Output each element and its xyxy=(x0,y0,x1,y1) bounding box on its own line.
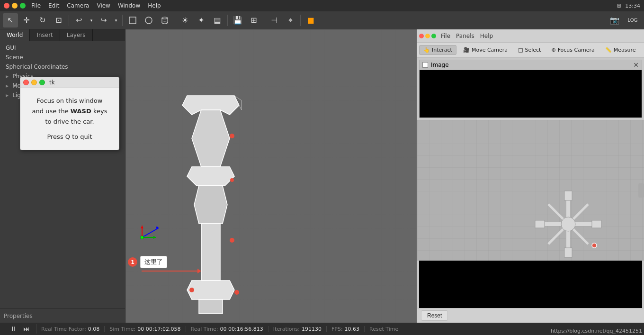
interact-icon: 👆 xyxy=(423,47,430,53)
reset-area: Reset xyxy=(417,308,644,323)
image-content-bottom xyxy=(419,261,642,308)
tab-layers[interactable]: Layers xyxy=(60,29,93,41)
move-camera-label: Move Camera xyxy=(472,47,508,53)
fps-value: 10.63 xyxy=(345,326,360,332)
close-button[interactable] xyxy=(4,3,9,9)
orange-box-button[interactable]: ■ xyxy=(303,13,318,27)
sim-time-section: Sim Time: 00 00:17:02.058 xyxy=(105,326,186,332)
align-tool-button[interactable]: ⊣ xyxy=(267,13,282,27)
scale-tool-button[interactable]: ⊡ xyxy=(51,13,66,27)
viewport-3d[interactable]: 1 这里了 xyxy=(125,29,417,323)
save-tool-button[interactable]: 💾 xyxy=(230,13,245,27)
menu-view[interactable]: View xyxy=(97,2,110,9)
ros-title-buttons xyxy=(419,34,436,38)
popup-max-button[interactable] xyxy=(39,80,45,85)
move-camera-tool[interactable]: 🎥 Move Camera xyxy=(459,45,511,54)
properties-label: Properties xyxy=(4,313,33,319)
step-button[interactable]: ⏭ xyxy=(22,324,31,334)
interact-tool[interactable]: 👆 Interact xyxy=(419,45,456,55)
undo-button[interactable]: ↩ xyxy=(72,13,87,27)
ros-max-button[interactable] xyxy=(431,34,436,38)
image-close-button[interactable]: ✕ xyxy=(633,61,639,69)
rotate-tool-button[interactable]: ↻ xyxy=(35,13,50,27)
scroll-handle[interactable] xyxy=(638,183,644,198)
log-button[interactable]: LOG xyxy=(624,13,641,27)
rtf-value: 0.08 xyxy=(88,326,100,332)
svg-line-15 xyxy=(239,105,242,110)
popup-line1: Focus on this window xyxy=(28,96,111,106)
sim-tool1-button[interactable]: ⊞ xyxy=(246,13,261,27)
select-tool-button[interactable]: ↖ xyxy=(3,13,18,27)
ros-min-button[interactable] xyxy=(425,34,430,38)
svg-rect-34 xyxy=(592,220,601,228)
menu-help[interactable]: Help xyxy=(148,2,161,9)
maximize-button[interactable] xyxy=(20,3,26,9)
pause-button[interactable]: ⏸ xyxy=(9,324,18,334)
sphere-shape-button[interactable] xyxy=(141,13,156,27)
measure-tool[interactable]: 📏 Measure xyxy=(601,45,640,54)
popup-close-button[interactable] xyxy=(23,80,29,85)
map-view[interactable] xyxy=(417,120,644,261)
cylinder-shape-button[interactable] xyxy=(157,13,172,27)
fps-label: FPS: xyxy=(331,326,343,332)
popup-min-button[interactable] xyxy=(31,80,37,85)
ros-close-button[interactable] xyxy=(419,34,424,38)
reset-time-label: Reset Time xyxy=(369,326,398,332)
annotation-bubble: 1 这里了 xyxy=(128,256,167,268)
redo-button[interactable]: ↪ xyxy=(96,13,111,27)
menu-edit[interactable]: Edit xyxy=(48,2,59,9)
status-bar: ⏸ ⏭ Real Time Factor: 0.08 Sim Time: 00 … xyxy=(0,323,644,335)
ros-menu-panels[interactable]: Panels xyxy=(456,33,474,39)
camera-screenshot-button[interactable]: 📷 xyxy=(607,13,622,27)
image-title-bar: Image ✕ xyxy=(420,60,642,70)
redo-dropdown[interactable]: ▾ xyxy=(112,13,120,27)
select-icon: □ xyxy=(518,47,523,53)
ros-menu-help[interactable]: Help xyxy=(480,33,493,39)
snap-tool-button[interactable]: ⌖ xyxy=(283,13,298,27)
menu-file[interactable]: File xyxy=(31,2,41,9)
image-checkbox[interactable] xyxy=(422,62,428,68)
svg-rect-33 xyxy=(535,220,545,228)
iterations-section: Iterations: 191130 xyxy=(268,326,327,332)
tree-item-gui[interactable]: GUI xyxy=(0,43,125,53)
tab-world[interactable]: World xyxy=(0,29,30,41)
terrain-tool-button[interactable]: ▤ xyxy=(210,13,225,27)
image-title-text: Image xyxy=(431,62,449,68)
menu-camera[interactable]: Camera xyxy=(67,2,89,9)
menu-window[interactable]: Window xyxy=(118,2,140,9)
title-bar-menu: File Edit Camera View Window Help xyxy=(31,2,161,9)
focus-camera-tool[interactable]: ⊕ Focus Camera xyxy=(547,45,598,54)
svg-point-5 xyxy=(162,22,168,24)
popup-title: tk xyxy=(49,79,55,86)
left-panel: World Insert Layers GUI Scene Spherical … xyxy=(0,29,125,323)
particle-tool-button[interactable]: ✦ xyxy=(194,13,209,27)
minimize-button[interactable] xyxy=(12,3,18,9)
real-time-value: 00 00:16:56.813 xyxy=(220,326,263,332)
svg-marker-8 xyxy=(187,167,234,186)
tab-insert[interactable]: Insert xyxy=(30,29,60,41)
svg-rect-27 xyxy=(141,236,143,239)
move-camera-icon: 🎥 xyxy=(463,47,470,53)
ros-menu-file[interactable]: File xyxy=(441,33,450,39)
svg-point-1 xyxy=(145,17,152,24)
title-bar-buttons xyxy=(4,3,26,9)
playback-controls: ⏸ ⏭ xyxy=(4,324,36,334)
undo-dropdown[interactable]: ▾ xyxy=(88,13,95,27)
reset-button[interactable]: Reset xyxy=(421,310,448,321)
popup-title-bar: tk xyxy=(20,77,119,88)
select-tool[interactable]: □ Select xyxy=(514,45,545,54)
svg-point-37 xyxy=(592,243,597,248)
light-tool-button[interactable]: ☀ xyxy=(178,13,193,27)
iterations-value: 191130 xyxy=(302,326,322,332)
tree-item-spherical[interactable]: Spherical Coordinates xyxy=(0,62,125,72)
ros-toolbar: File Panels Help xyxy=(417,29,644,43)
svg-marker-26 xyxy=(141,226,143,228)
main-toolbar: ↖ ✛ ↻ ⊡ ↩ ▾ ↪ ▾ ☀ ✦ ▤ 💾 ⊞ ⊣ ⌖ ■ 📷 LOG xyxy=(0,11,644,29)
svg-point-20 xyxy=(230,178,234,182)
translate-tool-button[interactable]: ✛ xyxy=(19,13,34,27)
box-shape-button[interactable] xyxy=(125,13,140,27)
tree-item-scene[interactable]: Scene xyxy=(0,53,125,62)
image-window: Image ✕ xyxy=(419,60,642,118)
fps-section: FPS: 10.63 xyxy=(327,326,365,332)
2d-pose-tool[interactable]: ↗ 2D Pose Estimate xyxy=(643,45,644,54)
